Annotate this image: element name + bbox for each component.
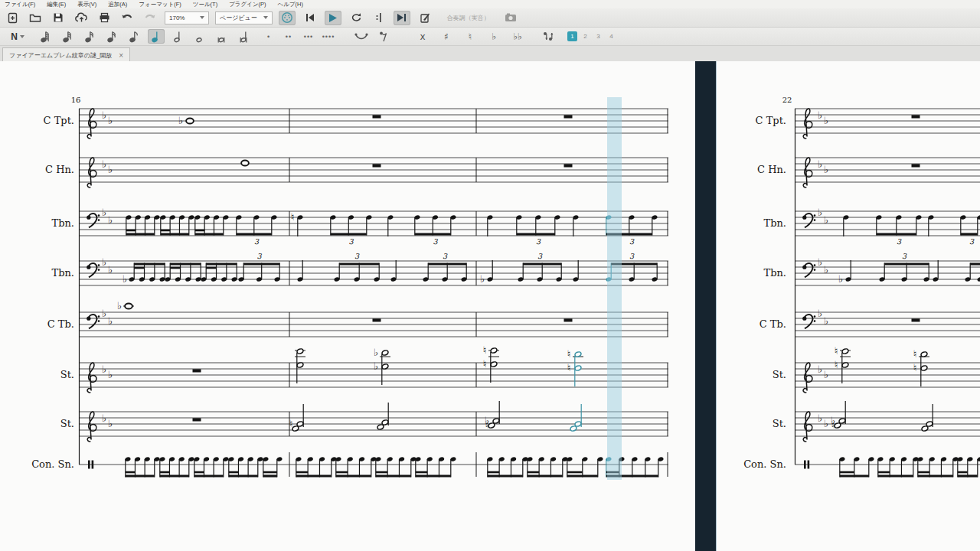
duration-32nd-button[interactable] [81, 29, 98, 44]
open-folder-icon [29, 12, 41, 23]
cloud-upload-icon [75, 12, 88, 23]
duration-16th-button[interactable] [103, 29, 120, 44]
repeat-barline-icon [375, 12, 383, 23]
new-score-icon [7, 12, 18, 24]
duration-half-button[interactable] [170, 29, 187, 44]
natural-button[interactable]: ♮ [462, 29, 479, 44]
dot-buttons: •••••••••• [260, 29, 337, 44]
menu-item-0[interactable]: ファイル(F) [5, 1, 35, 8]
voice-1-button[interactable]: 1 [567, 31, 577, 41]
save-online-button[interactable] [73, 11, 90, 25]
metronome-button[interactable] [416, 11, 433, 25]
duration-breve-icon [217, 30, 229, 43]
print-icon [99, 12, 110, 23]
menu-item-7[interactable]: ヘルプ(H) [278, 1, 303, 8]
menu-bar: ファイル(F)編集(E)表示(V)追加(A)フォーマット(F)ツール(T)プラグ… [0, 0, 980, 8]
metronome-pen-icon [420, 12, 430, 23]
eighth-rest-icon [379, 31, 388, 42]
voice-3-button[interactable]: 3 [593, 31, 603, 41]
menu-item-5[interactable]: ツール(T) [193, 1, 217, 8]
new-score-button[interactable] [4, 11, 21, 25]
play-repeats-button[interactable] [371, 11, 387, 25]
pan-score-button[interactable] [394, 11, 410, 25]
note-input-toolbar: N •••••••••• x♯♮♭♭♭ 1234 [0, 28, 980, 46]
main-toolbar: 170% ページビュー 合奏調（実音） [0, 8, 980, 28]
page-gap [695, 61, 716, 551]
redo-icon [144, 13, 156, 22]
duration-128th-button[interactable] [37, 29, 54, 44]
flip-direction-icon [542, 31, 554, 42]
score-area: 16C Tpt.♭♭♭C Hn.♭♭Tbn.♭♭3♮3333Tbn.♭♭♭333… [0, 61, 980, 551]
duration-longa-button[interactable] [237, 29, 253, 44]
duration-quarter-icon [150, 30, 162, 43]
duration-breve-button[interactable] [214, 29, 231, 44]
double-sharp-button[interactable]: x [414, 29, 431, 44]
view-mode-select[interactable]: ページビュー [215, 11, 273, 24]
zoom-select[interactable]: 170% [165, 11, 209, 24]
duration-64th-button[interactable] [59, 29, 76, 44]
accidental-buttons: x♯♮♭♭♭ [414, 29, 526, 44]
image-capture-button[interactable] [502, 11, 519, 25]
voice-2-button[interactable]: 2 [580, 31, 590, 41]
duration-whole-button[interactable] [192, 29, 209, 44]
undo-button[interactable] [119, 11, 136, 25]
menu-item-6[interactable]: プラグイン(P) [229, 1, 266, 8]
pan-playback-icon [397, 13, 407, 22]
score-tab-title: ファイアーエムブレム紋章の謎_開放 [9, 51, 112, 60]
duration-128th-icon [39, 30, 51, 43]
score-tab[interactable]: ファイアーエムブレム紋章の謎_開放 × [2, 47, 130, 63]
menu-item-1[interactable]: 編集(E) [47, 1, 66, 8]
duration-quarter-button[interactable] [148, 29, 165, 44]
voice-4-button[interactable]: 4 [606, 31, 616, 41]
save-button[interactable] [50, 11, 67, 25]
voice-buttons: 1234 [567, 31, 616, 41]
sharp-button[interactable]: ♯ [438, 29, 455, 44]
augmentation-dot-3-button[interactable]: ••• [300, 29, 317, 44]
midi-input-button[interactable] [279, 11, 296, 25]
duration-buttons [37, 29, 253, 44]
loop-icon [350, 12, 362, 23]
view-mode-value: ページビュー [220, 14, 257, 22]
rest-button[interactable] [375, 29, 392, 44]
duration-whole-icon [194, 30, 207, 43]
chevron-down-icon [263, 16, 268, 19]
duration-eighth-icon [128, 30, 140, 43]
augmentation-dot-1-button[interactable]: • [260, 29, 277, 44]
duration-longa-icon [239, 30, 251, 43]
print-button[interactable] [96, 11, 113, 25]
loop-playback-button[interactable] [348, 11, 364, 25]
concert-pitch-button[interactable]: 合奏調（実音） [447, 14, 490, 22]
midi-connector-icon [281, 11, 293, 24]
score-page-1[interactable] [0, 61, 696, 551]
tie-icon [354, 32, 368, 41]
redo-button[interactable] [142, 11, 158, 25]
note-input-button[interactable]: N [4, 29, 31, 44]
menu-item-2[interactable]: 表示(V) [77, 1, 96, 8]
play-icon [328, 13, 338, 23]
camera-icon [505, 13, 517, 22]
duration-16th-icon [106, 30, 118, 43]
rewind-icon [305, 13, 315, 22]
augmentation-dot-4-button[interactable]: •••• [320, 29, 337, 44]
tie-button[interactable] [353, 29, 370, 44]
chevron-down-icon [20, 35, 24, 38]
flip-direction-button[interactable] [539, 29, 556, 44]
duration-32nd-icon [83, 30, 96, 43]
double-flat-button[interactable]: ♭♭ [509, 29, 526, 44]
duration-half-icon [172, 30, 185, 43]
open-file-button[interactable] [27, 11, 44, 25]
augmentation-dot-2-button[interactable]: •• [280, 29, 297, 44]
menu-item-4[interactable]: フォーマット(F) [139, 1, 181, 8]
note-input-label: N [11, 31, 18, 42]
duration-64th-icon [61, 30, 74, 43]
flat-button[interactable]: ♭ [485, 29, 502, 44]
zoom-value: 170% [169, 15, 185, 21]
close-icon[interactable]: × [119, 52, 123, 60]
play-button[interactable] [325, 11, 341, 25]
rewind-button[interactable] [302, 11, 318, 25]
score-page-2[interactable] [716, 61, 980, 551]
menu-item-3[interactable]: 追加(A) [108, 1, 127, 8]
duration-eighth-button[interactable] [126, 29, 142, 44]
save-icon [53, 12, 64, 23]
undo-icon [121, 13, 133, 22]
